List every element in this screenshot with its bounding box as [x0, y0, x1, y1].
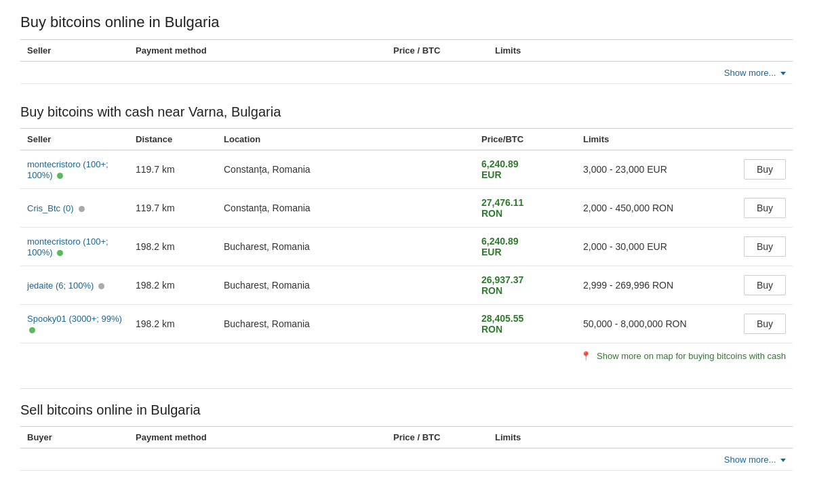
sell-col-buyer-header: Buyer: [20, 427, 129, 448]
limits-cell: 2,999 - 269,996 RON: [576, 266, 737, 305]
sell-col-limits-header: Limits: [488, 427, 793, 448]
limits-cell: 2,000 - 450,000 RON: [576, 189, 737, 228]
limits-cell: 2,000 - 30,000 EUR: [576, 228, 737, 266]
buy-online-show-more-row: Show more...: [20, 62, 793, 84]
sell-online-show-more-link[interactable]: Show more...: [724, 455, 786, 465]
price-value: 26,937.37RON: [481, 274, 523, 296]
limits-cell: 3,000 - 23,000 EUR: [576, 150, 737, 189]
buy-cell: Buy: [737, 266, 793, 305]
location-cell: Bucharest, Romania: [217, 228, 475, 266]
price-cell: 27,476.11RON: [475, 189, 576, 228]
buy-online-title: Buy bitcoins online in Bulgaria: [20, 14, 793, 31]
cash-table-row: Cris_Btc (0) 119.7 km Constanța, Romania…: [20, 189, 793, 228]
sell-online-show-more-label: Show more...: [724, 455, 776, 465]
cash-col-location-header: Location: [217, 129, 475, 150]
buy-cell: Buy: [737, 189, 793, 228]
price-value: 6,240.89EUR: [481, 236, 519, 257]
location-cell: Bucharest, Romania: [217, 266, 475, 305]
buy-cell: Buy: [737, 305, 793, 343]
buy-cash-section: Buy bitcoins with cash near Varna, Bulga…: [20, 104, 793, 368]
price-cell: 6,240.89EUR: [475, 150, 576, 189]
sell-col-payment-header: Payment method: [129, 427, 386, 448]
seller-status-dot: [79, 206, 85, 212]
buy-online-table: Seller Payment method Price / BTC Limits…: [20, 39, 793, 84]
buy-online-header-row: Seller Payment method Price / BTC Limits: [20, 40, 793, 62]
distance-cell: 198.2 km: [129, 305, 217, 343]
buy-online-show-more-label: Show more...: [724, 68, 776, 78]
sell-online-chevron-icon: [780, 459, 786, 462]
buy-cash-table: Seller Distance Location Price/BTC Limit…: [20, 128, 793, 343]
price-cell: 26,937.37RON: [475, 266, 576, 305]
price-cell: 28,405.55RON: [475, 305, 576, 343]
col-seller-header: Seller: [20, 40, 129, 62]
sell-online-table: Buyer Payment method Price / BTC Limits …: [20, 426, 793, 471]
price-value: 28,405.55RON: [481, 313, 523, 335]
pin-icon: 📍: [580, 351, 591, 361]
sell-online-title: Sell bitcoins online in Bulgaria: [20, 402, 793, 418]
buy-button[interactable]: Buy: [744, 236, 786, 257]
sell-online-show-more-row: Show more...: [20, 448, 793, 471]
buy-button[interactable]: Buy: [744, 159, 786, 180]
cash-table-row: jedaite (6; 100%) 198.2 km Bucharest, Ro…: [20, 266, 793, 305]
location-cell: Bucharest, Romania: [217, 305, 475, 343]
sell-col-price-header: Price / BTC: [386, 427, 488, 448]
limits-cell: 50,000 - 8,000,000 RON: [576, 305, 737, 343]
location-cell: Constanța, Romania: [217, 150, 475, 189]
distance-cell: 198.2 km: [129, 228, 217, 266]
distance-cell: 119.7 km: [129, 189, 217, 228]
buy-button[interactable]: Buy: [744, 275, 786, 295]
cash-table-row: montecristoro (100+; 100%) 119.7 km Cons…: [20, 150, 793, 189]
buy-online-section: Buy bitcoins online in Bulgaria Seller P…: [20, 14, 793, 84]
buy-online-show-more-link[interactable]: Show more...: [724, 68, 786, 78]
cash-table-row: montecristoro (100+; 100%) 198.2 km Buch…: [20, 228, 793, 266]
buy-cell: Buy: [737, 150, 793, 189]
seller-link[interactable]: Cris_Btc (0): [27, 203, 74, 213]
seller-link[interactable]: Spooky01 (3000+; 99%): [27, 314, 122, 324]
seller-status-dot: [98, 283, 104, 289]
section-divider: [20, 388, 793, 389]
seller-link[interactable]: montecristoro (100+; 100%): [27, 159, 108, 180]
cash-col-seller-header: Seller: [20, 129, 129, 150]
sell-online-section: Sell bitcoins online in Bulgaria Buyer P…: [20, 402, 793, 471]
map-link-label: Show more on map for buying bitcoins wit…: [597, 351, 786, 361]
price-cell: 6,240.89EUR: [475, 228, 576, 266]
sell-online-header-row: Buyer Payment method Price / BTC Limits: [20, 427, 793, 448]
distance-cell: 119.7 km: [129, 150, 217, 189]
seller-status-dot: [57, 173, 63, 179]
cash-table-row: Spooky01 (3000+; 99%) 198.2 km Bucharest…: [20, 305, 793, 343]
cash-col-limits-header: Limits: [576, 129, 737, 150]
seller-link[interactable]: jedaite (6; 100%): [27, 280, 94, 291]
seller-link[interactable]: montecristoro (100+; 100%): [27, 236, 108, 257]
buy-button[interactable]: Buy: [744, 314, 786, 334]
price-value: 27,476.11RON: [481, 197, 523, 219]
buy-cell: Buy: [737, 228, 793, 266]
distance-cell: 198.2 km: [129, 266, 217, 305]
buy-cash-header-row: Seller Distance Location Price/BTC Limit…: [20, 129, 793, 150]
cash-col-distance-header: Distance: [129, 129, 217, 150]
cash-col-price-header: Price/BTC: [475, 129, 576, 150]
buy-button[interactable]: Buy: [744, 198, 786, 218]
location-cell: Constanța, Romania: [217, 189, 475, 228]
col-limits-header: Limits: [488, 40, 793, 62]
col-price-header: Price / BTC: [386, 40, 488, 62]
buy-cash-title: Buy bitcoins with cash near Varna, Bulga…: [20, 104, 793, 120]
buy-online-chevron-icon: [780, 72, 786, 75]
price-value: 6,240.89EUR: [481, 159, 519, 180]
seller-status-dot: [29, 327, 35, 333]
map-link[interactable]: 📍 Show more on map for buying bitcoins w…: [580, 351, 786, 361]
map-link-row: 📍 Show more on map for buying bitcoins w…: [20, 343, 793, 368]
seller-status-dot: [57, 250, 63, 256]
col-payment-header: Payment method: [129, 40, 386, 62]
